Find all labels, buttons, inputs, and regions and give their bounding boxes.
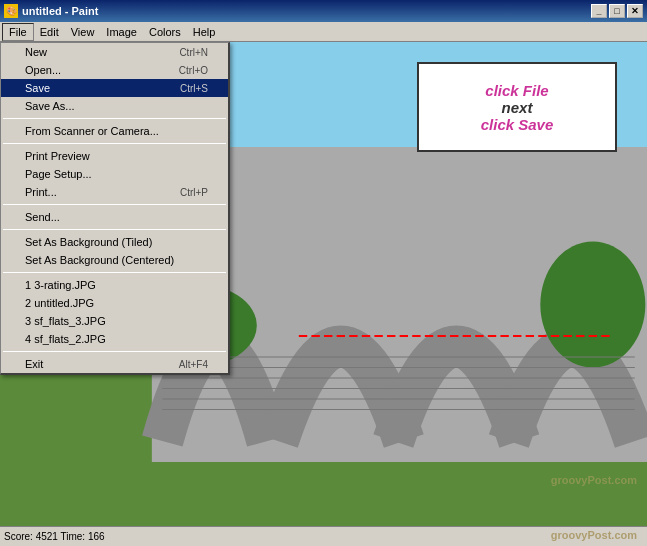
menu-recent-4[interactable]: 4 sf_flats_2.JPG [1, 330, 228, 348]
menu-save-shortcut: Ctrl+S [180, 83, 208, 94]
separator-4 [3, 229, 226, 230]
menu-from-scanner-label: From Scanner or Camera... [25, 125, 159, 137]
menu-bg-tiled-label: Set As Background (Tiled) [25, 236, 152, 248]
menu-recent-3[interactable]: 3 sf_flats_3.JPG [1, 312, 228, 330]
canvas-watermark: groovyPost.com [551, 474, 637, 486]
separator-6 [3, 351, 226, 352]
menu-file[interactable]: File [2, 23, 34, 41]
instruction-box: click File next click Save [417, 62, 617, 152]
menu-save-label: Save [25, 82, 50, 94]
menu-recent-3-label: 3 sf_flats_3.JPG [25, 315, 106, 327]
menu-edit[interactable]: Edit [34, 24, 65, 40]
menu-print-shortcut: Ctrl+P [180, 187, 208, 198]
menu-recent-4-label: 4 sf_flats_2.JPG [25, 333, 106, 345]
file-dropdown-menu: New Ctrl+N Open... Ctrl+O Save Ctrl+S Sa… [0, 42, 230, 375]
menu-recent-2[interactable]: 2 untitled.JPG [1, 294, 228, 312]
window-controls: _ □ ✕ [591, 4, 643, 18]
menu-exit-shortcut: Alt+F4 [179, 359, 208, 370]
menu-save-as-label: Save As... [25, 100, 75, 112]
instruction-line2: next [502, 99, 533, 116]
menu-recent-1[interactable]: 1 3-rating.JPG [1, 276, 228, 294]
bottom-watermark: groovyPost.com [551, 529, 637, 541]
maximize-button[interactable]: □ [609, 4, 625, 18]
menu-open-label: Open... [25, 64, 61, 76]
instruction-line3: click Save [481, 116, 554, 133]
svg-point-4 [540, 242, 645, 368]
menu-exit[interactable]: Exit Alt+F4 [1, 355, 228, 373]
app-icon: 🎨 [4, 4, 18, 18]
menu-help[interactable]: Help [187, 24, 222, 40]
menu-exit-label: Exit [25, 358, 43, 370]
title-bar: 🎨 untitled - Paint _ □ ✕ [0, 0, 647, 22]
menu-new-label: New [25, 46, 47, 58]
window-title: untitled - Paint [22, 5, 591, 17]
dropdown-container: New Ctrl+N Open... Ctrl+O Save Ctrl+S Sa… [0, 42, 230, 375]
menu-recent-1-label: 1 3-rating.JPG [25, 279, 96, 291]
separator-3 [3, 204, 226, 205]
menu-send-label: Send... [25, 211, 60, 223]
menu-save-as[interactable]: Save As... [1, 97, 228, 115]
menu-print-label: Print... [25, 186, 57, 198]
menu-bg-centered-label: Set As Background (Centered) [25, 254, 174, 266]
menu-from-scanner[interactable]: From Scanner or Camera... [1, 122, 228, 140]
menu-send[interactable]: Send... [1, 208, 228, 226]
menu-page-setup[interactable]: Page Setup... [1, 165, 228, 183]
menu-page-setup-label: Page Setup... [25, 168, 92, 180]
menu-open[interactable]: Open... Ctrl+O [1, 61, 228, 79]
minimize-button[interactable]: _ [591, 4, 607, 18]
menu-open-shortcut: Ctrl+O [179, 65, 208, 76]
menu-bg-centered[interactable]: Set As Background (Centered) [1, 251, 228, 269]
menu-colors[interactable]: Colors [143, 24, 187, 40]
menu-save[interactable]: Save Ctrl+S [1, 79, 228, 97]
instruction-line1: click File [485, 82, 548, 99]
menu-bar: File Edit View Image Colors Help [0, 22, 647, 42]
close-button[interactable]: ✕ [627, 4, 643, 18]
menu-bg-tiled[interactable]: Set As Background (Tiled) [1, 233, 228, 251]
separator-1 [3, 118, 226, 119]
separator-2 [3, 143, 226, 144]
menu-recent-2-label: 2 untitled.JPG [25, 297, 94, 309]
menu-print-preview-label: Print Preview [25, 150, 90, 162]
menu-image[interactable]: Image [100, 24, 143, 40]
score-text: Score: 4521 Time: 166 [4, 531, 105, 542]
separator-5 [3, 272, 226, 273]
menu-new[interactable]: New Ctrl+N [1, 43, 228, 61]
menu-new-shortcut: Ctrl+N [179, 47, 208, 58]
menu-print[interactable]: Print... Ctrl+P [1, 183, 228, 201]
menu-view[interactable]: View [65, 24, 101, 40]
menu-print-preview[interactable]: Print Preview [1, 147, 228, 165]
